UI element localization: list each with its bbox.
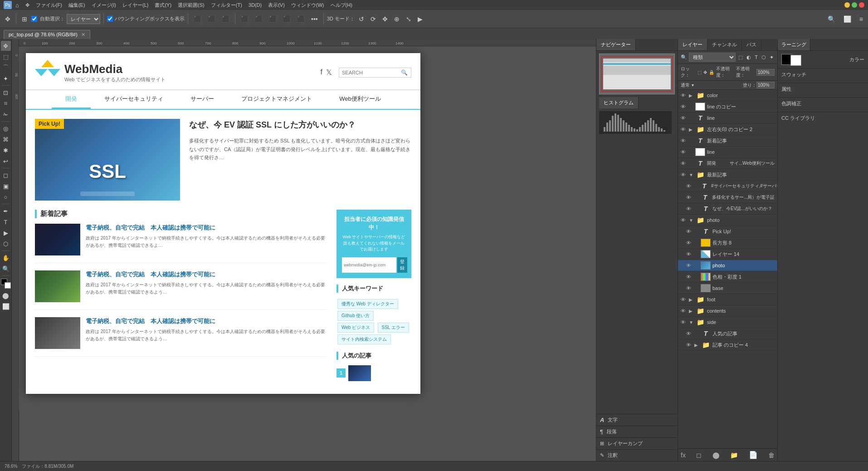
layer-why-ssl[interactable]: 👁 T なぜ、今EV認...がいいのか？	[678, 203, 777, 215]
layer-eye-4[interactable]: 👁	[681, 127, 687, 132]
close-button[interactable]	[859, 2, 864, 8]
fill-input[interactable]	[756, 82, 775, 88]
menu-edit[interactable]: 編集(E)	[66, 1, 88, 10]
layer-photo-folder[interactable]: 👁 ▼ 📁 photo	[678, 215, 777, 226]
nav-item-web-tools[interactable]: Web便利ツール	[326, 90, 395, 109]
layer-eye-11[interactable]: 👁	[686, 206, 692, 211]
spot-healing-tool[interactable]: ◎	[1, 123, 11, 133]
facebook-icon[interactable]: f	[321, 68, 322, 77]
layer-expand-23[interactable]: ▶	[694, 343, 699, 348]
layer-filter-select[interactable]: 種類	[689, 53, 736, 62]
ruler-tool[interactable]: ✁	[1, 109, 11, 119]
layer-expand-19[interactable]: ▶	[689, 297, 693, 302]
menu-file[interactable]: ファイル(F)	[33, 1, 65, 10]
eraser-tool[interactable]: ◻	[1, 170, 11, 180]
layer-new-articles[interactable]: 👁 T 新着記事	[678, 135, 777, 147]
layer-eye-2[interactable]: 👁	[681, 104, 687, 109]
3d-scale-icon[interactable]: ⤡	[404, 14, 414, 24]
crop-tool[interactable]: ⊡	[1, 88, 11, 98]
layer-eye-6[interactable]: 👁	[681, 149, 687, 155]
histogram-tab[interactable]: ヒストグラム	[599, 97, 639, 108]
newsletter-input[interactable]	[342, 257, 396, 273]
background-color-swatch[interactable]	[790, 55, 801, 66]
layer-excerpt[interactable]: 👁 T 多様化するサー...局）が電子証	[678, 192, 777, 203]
text-panel-item[interactable]: A 文字	[596, 414, 678, 426]
align-icon[interactable]: ⊞	[20, 14, 29, 24]
options-icon[interactable]: ≡	[857, 14, 865, 24]
3d-slide-icon[interactable]: ⊕	[392, 14, 402, 24]
layer-article-copy[interactable]: 👁 ▶ 📁 記事 のコピー 4	[678, 339, 777, 351]
layer-base[interactable]: 👁 base	[678, 283, 777, 294]
layers-tab[interactable]: レイヤー	[678, 39, 707, 50]
layer-eye-9[interactable]: 👁	[686, 183, 691, 189]
layer-14[interactable]: 👁 レイヤー 14	[678, 249, 777, 260]
hand-tool[interactable]: ✋	[1, 253, 11, 263]
3d-roll-icon[interactable]: ⟳	[368, 14, 378, 24]
clone-stamp-tool[interactable]: ✱	[1, 145, 11, 155]
auto-select-checkbox[interactable]	[31, 16, 37, 22]
distribute-5-icon[interactable]: ⬛	[295, 14, 307, 24]
distribute-4-icon[interactable]: ⬛	[281, 14, 293, 24]
quick-mask-mode[interactable]: ⬤	[1, 290, 11, 300]
distribute-3-icon[interactable]: ⬛	[267, 14, 279, 24]
layer-eye-10[interactable]: 👁	[686, 195, 692, 200]
learning-tab[interactable]: ラーニング	[778, 39, 810, 50]
new-group-icon[interactable]: 📁	[730, 451, 738, 459]
layer-side-folder[interactable]: 👁 ▼ 📁 side	[678, 317, 777, 328]
adjustment-filter-icon[interactable]: ◐	[746, 54, 752, 61]
align-center-icon[interactable]: ⬛	[205, 14, 218, 24]
nav-item-security[interactable]: サイバーセキュリティ	[91, 90, 177, 109]
layer-expand-20[interactable]: ▶	[689, 309, 693, 314]
lock-all-icon[interactable]: 🔒	[709, 70, 714, 75]
menu-layer[interactable]: レイヤー(L)	[120, 1, 151, 10]
shape-tool[interactable]: ⬡	[1, 239, 11, 249]
navigator-tab[interactable]: ナビゲーター	[596, 39, 636, 50]
layer-expand-21[interactable]: ▼	[689, 320, 693, 325]
keyword-3[interactable]: Web ビジネス	[337, 323, 374, 333]
keyword-5[interactable]: サイト内検索システム	[337, 334, 391, 344]
more-options-icon[interactable]: •••	[309, 14, 320, 24]
notes-panel-item[interactable]: ✎ 注釈	[596, 450, 678, 461]
layer-popular-text[interactable]: 👁 T 人気の記事	[678, 328, 777, 339]
menu-format[interactable]: 書式(Y)	[152, 1, 174, 10]
magic-wand-tool[interactable]: ✦	[1, 74, 11, 83]
menu-image[interactable]: イメージ(I)	[89, 1, 119, 10]
layer-eye-3[interactable]: 👁	[681, 115, 687, 121]
article-title-1[interactable]: 電子納税、自宅で完結 本人確認は携帯で可能に	[86, 224, 327, 232]
dodge-tool[interactable]: ○	[1, 192, 11, 202]
new-fill-icon[interactable]: ⬤	[712, 451, 720, 459]
menu-view[interactable]: 表示(V)	[265, 1, 288, 10]
home-icon[interactable]: ⌂	[15, 2, 19, 9]
path-selection-tool[interactable]: ▶	[1, 228, 11, 238]
twitter-icon[interactable]: 𝕏	[326, 68, 332, 77]
layer-eye-19[interactable]: 👁	[681, 297, 687, 302]
layer-eye-8[interactable]: 👁	[681, 172, 687, 177]
eyedropper-tool[interactable]: ⌗	[1, 98, 11, 108]
layer-expand-12[interactable]: ▼	[689, 218, 693, 223]
gradient-tool[interactable]: ▣	[1, 181, 11, 191]
minimize-button[interactable]	[844, 2, 850, 8]
layer-eye-20[interactable]: 👁	[681, 308, 687, 314]
distribute-icon[interactable]: ⬛	[239, 14, 251, 24]
layer-tags[interactable]: 👁 T #サイバーセキュリティ,#サーバー	[678, 181, 777, 192]
pixel-filter-icon[interactable]: ⬚	[737, 54, 744, 61]
active-tab[interactable]: pc_top.psd @ 78.6% (RGB/8#) ✕	[4, 30, 90, 39]
move-tool-icon[interactable]: ✥	[3, 14, 13, 24]
delete-layer-icon[interactable]: 🗑	[768, 451, 775, 459]
menu-select[interactable]: 選択範囲(S)	[175, 1, 207, 10]
menu-3d[interactable]: 3D(D)	[246, 1, 264, 9]
layer-expand-1[interactable]: ▶	[689, 93, 693, 98]
layer-eye-7[interactable]: 👁	[681, 161, 687, 166]
nav-item-dev[interactable]: 開発	[52, 90, 91, 109]
layer-expand-4[interactable]: ▶	[689, 127, 693, 132]
distribute-2-icon[interactable]: ⬛	[253, 14, 265, 24]
nav-item-server[interactable]: サーバー	[177, 90, 228, 109]
menu-help[interactable]: ヘルプ(H)	[328, 1, 355, 10]
newsletter-submit-button[interactable]: 登録	[397, 257, 407, 273]
brush-tool[interactable]: ⌘	[1, 134, 11, 144]
lock-pixel-icon[interactable]: ⬚	[697, 70, 702, 75]
lasso-tool[interactable]: ⌒	[1, 63, 11, 73]
tab-close-icon[interactable]: ✕	[81, 32, 85, 37]
search-input[interactable]	[342, 70, 401, 75]
add-link-icon[interactable]: fx	[681, 451, 686, 459]
